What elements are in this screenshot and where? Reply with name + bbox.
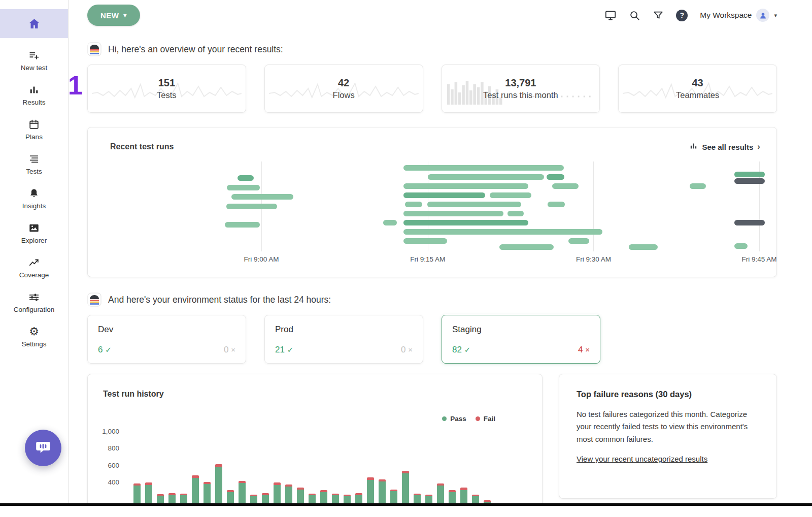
test-run-bar[interactable] (548, 202, 565, 207)
help-icon[interactable]: ? (676, 10, 688, 21)
env-name: Staging (452, 325, 590, 335)
sidebar-item-tests[interactable]: Tests (0, 148, 68, 180)
test-run-bar[interactable] (734, 178, 765, 184)
test-run-bar[interactable] (403, 220, 529, 225)
sidebar-item-home[interactable] (0, 9, 68, 38)
see-all-label: See all results (702, 143, 753, 151)
filter-icon[interactable] (653, 10, 664, 21)
environment-heading-row: And here's your environment status for t… (87, 293, 777, 307)
sidebar-item-label: Results (22, 99, 45, 106)
test-run-bar[interactable] (427, 202, 521, 207)
pass-count: 6 ✓ (98, 345, 112, 355)
new-button-label: NEW (100, 11, 119, 20)
topbar-right: ? My Workspace ▾ (604, 9, 777, 22)
test-run-bar[interactable] (507, 211, 524, 216)
test-run-history-card: Test run history PassFail 1,000800600400 (87, 374, 543, 517)
test-run-bar[interactable] (490, 192, 531, 198)
main-content: NEW ▾ ? My Workspace (69, 0, 812, 517)
test-run-bar[interactable] (734, 243, 748, 249)
stat-value: 151 (158, 77, 175, 89)
test-run-bar[interactable] (690, 183, 706, 189)
chat-launcher-button[interactable] (25, 430, 61, 466)
history-legend: PassFail (442, 415, 495, 423)
sidebar-item-label: Configuration (14, 306, 54, 313)
caret-down-icon: ▾ (123, 12, 126, 19)
env-name: Prod (275, 325, 413, 335)
test-run-bar[interactable] (383, 220, 397, 225)
sidebar-item-coverage[interactable]: Coverage (0, 252, 68, 284)
fail-count: 0 × (224, 345, 235, 355)
stat-card-teammates[interactable]: 43Teammates (618, 64, 777, 113)
gantt-time-label: Fri 9:30 AM (576, 255, 611, 263)
test-run-bar[interactable] (403, 211, 503, 216)
display-icon[interactable] (604, 9, 617, 21)
legend-fail: Fail (476, 415, 495, 423)
overview-heading-row: Hi, here's an overview of your recent re… (87, 42, 777, 56)
y-axis-tick: 400 (102, 478, 119, 486)
stat-card-tests[interactable]: 151Tests (87, 64, 246, 113)
results-mini-icon (689, 142, 698, 152)
sidebar-nav: New testResultsPlansTestsInsightsExplore… (0, 0, 68, 356)
sidebar-item-results[interactable]: Results (0, 79, 68, 111)
cross-icon: × (585, 345, 590, 354)
sidebar-item-new-test[interactable]: New test (0, 45, 68, 77)
test-run-bar[interactable] (238, 175, 254, 181)
pass-count: 21 ✓ (275, 345, 293, 355)
sidebar-item-configuration[interactable]: Configuration (0, 286, 68, 318)
env-cards-row: Dev6 ✓0 ×Prod21 ✓0 ×Staging82 ✓4 × (87, 315, 777, 364)
avatar (756, 9, 769, 22)
topbar: NEW ▾ ? My Workspace (87, 0, 777, 30)
stat-value: 43 (692, 77, 703, 89)
gantt-time-label: Fri 9:15 AM (410, 255, 445, 263)
cross-icon: × (408, 345, 413, 354)
sidebar-item-plans[interactable]: Plans (0, 114, 68, 146)
sidebar-item-insights[interactable]: Insights (0, 183, 68, 215)
sidebar-item-settings[interactable]: ⚙Settings (0, 321, 68, 353)
sidebar-item-explorer[interactable]: Explorer (0, 217, 68, 249)
search-icon[interactable] (629, 10, 640, 21)
new-button[interactable]: NEW ▾ (87, 5, 140, 26)
test-run-bar[interactable] (734, 172, 765, 177)
test-run-bar[interactable] (226, 204, 277, 209)
insights-icon (28, 187, 40, 200)
test-run-bar[interactable] (403, 229, 602, 235)
sidebar-item-label: Settings (22, 340, 47, 348)
test-run-bar[interactable] (552, 183, 579, 189)
test-run-bar[interactable] (547, 174, 564, 180)
test-run-bar[interactable] (629, 244, 658, 250)
fail-count: 4 × (578, 345, 590, 355)
test-run-bar[interactable] (231, 194, 293, 200)
sidebar-item-label: Explorer (21, 237, 47, 244)
tests-icon (28, 153, 40, 165)
test-run-bar[interactable] (405, 202, 423, 207)
logo-icon (87, 42, 101, 56)
test-run-bar[interactable] (225, 222, 260, 228)
test-run-bar[interactable] (499, 244, 554, 250)
new-test-icon (28, 49, 40, 61)
test-run-bar[interactable] (403, 183, 529, 189)
check-icon: ✓ (105, 345, 112, 354)
test-run-bar[interactable] (734, 220, 765, 225)
env-card-staging[interactable]: Staging82 ✓4 × (442, 315, 600, 364)
stat-card-flows[interactable]: 42Flows (264, 64, 423, 113)
env-card-dev[interactable]: Dev6 ✓0 × (87, 315, 246, 364)
uncategorized-results-link[interactable]: View your recent uncategorized results (577, 455, 707, 463)
plans-icon (28, 118, 40, 131)
stat-card-test-runs-this-month[interactable]: 13,791Test runs this month (442, 64, 600, 113)
test-run-bar[interactable] (428, 174, 544, 180)
test-run-bar[interactable] (403, 238, 448, 244)
fail-count: 0 × (401, 345, 413, 355)
test-run-bar[interactable] (227, 185, 260, 190)
test-run-bar[interactable] (403, 192, 485, 198)
overview-greeting: Hi, here's an overview of your recent re… (108, 44, 283, 55)
test-run-bar[interactable] (403, 165, 564, 171)
history-title: Test run history (88, 374, 542, 399)
dashboard-page: New testResultsPlansTestsInsightsExplore… (0, 0, 812, 517)
legend-dot-icon (442, 416, 447, 421)
workspace-menu[interactable]: My Workspace ▾ (700, 9, 777, 22)
gantt-time-label: Fri 9:00 AM (244, 255, 279, 263)
see-all-results-link[interactable]: See all results › (689, 142, 760, 152)
env-card-prod[interactable]: Prod21 ✓0 × (264, 315, 423, 364)
test-run-bar[interactable] (568, 238, 589, 244)
logo-icon (87, 293, 101, 307)
